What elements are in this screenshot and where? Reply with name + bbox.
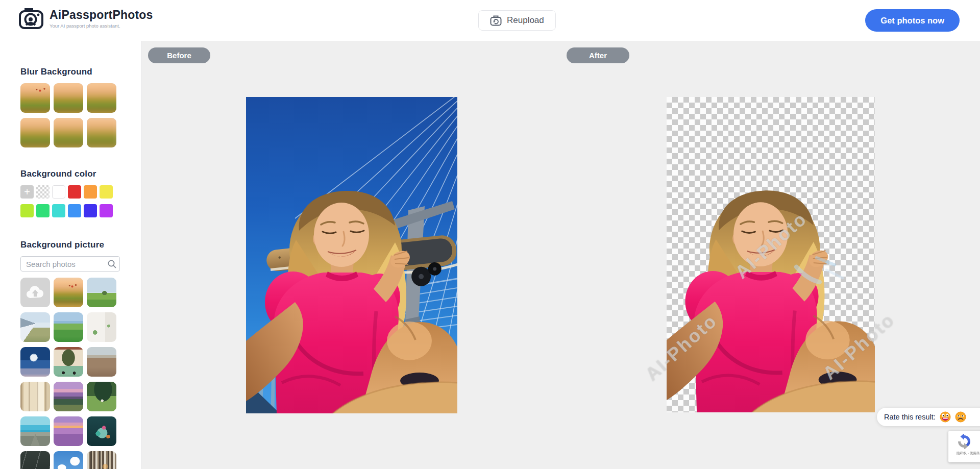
blur-tile-grid — [20, 83, 116, 147]
sidebar: Blur Background Background color — [0, 41, 141, 469]
photo-search — [20, 256, 120, 271]
transparent-swatch[interactable] — [36, 185, 50, 199]
rate-label: Rate this result: — [884, 413, 936, 421]
sad-emoji-button[interactable] — [955, 411, 966, 423]
bright-window-tile[interactable] — [20, 382, 50, 411]
birch-forest-tile[interactable] — [87, 451, 116, 469]
blur-option-tile[interactable] — [87, 83, 116, 113]
cloud-upload-icon — [25, 285, 45, 300]
blur-preview — [20, 118, 50, 147]
before-label: Before — [148, 47, 210, 63]
indigo-swatch[interactable] — [84, 204, 97, 217]
reupload-button[interactable]: Reupload — [478, 10, 556, 31]
blur-preview — [54, 118, 83, 147]
after-label: After — [567, 47, 629, 63]
red-swatch[interactable] — [68, 185, 81, 199]
blur-section-title: Blur Background — [20, 67, 141, 77]
brand-title: AiPassportPhotos — [50, 8, 153, 22]
color-section-title: Background color — [20, 169, 141, 179]
plus-icon: + — [24, 187, 30, 197]
blur-option-tile[interactable] — [20, 83, 50, 113]
camera-icon — [18, 7, 44, 30]
blur-preview — [87, 83, 116, 113]
chalkboard-doodles-tile[interactable] — [20, 451, 50, 469]
beach-pier-tile[interactable] — [20, 416, 50, 446]
picture-tile-grid — [20, 278, 116, 469]
green-valley-tile[interactable] — [54, 312, 83, 342]
recaptcha-label: 隐私权 - 使用条款 — [957, 451, 980, 456]
orange-swatch[interactable] — [84, 185, 97, 199]
cyan-swatch[interactable] — [52, 204, 65, 217]
blur-preview — [87, 118, 116, 147]
after-photo: AI-Photo AI-Photo AI-Photo — [667, 97, 875, 412]
search-input[interactable] — [20, 256, 120, 271]
chair-under-tree-tile[interactable] — [87, 382, 116, 411]
add-color-button[interactable]: + — [20, 185, 34, 199]
recaptcha-badge[interactable]: 隐私权 - 使用条款 — [948, 431, 980, 462]
blue-swatch[interactable] — [68, 204, 81, 217]
white-swatch[interactable] — [52, 185, 65, 199]
before-photo — [246, 97, 457, 413]
green-swatch[interactable] — [36, 204, 50, 217]
blur-option-tile[interactable] — [20, 118, 50, 147]
color-swatch-grid: + — [20, 185, 116, 217]
full-moon-tile[interactable] — [20, 347, 50, 377]
sky-clouds-tile[interactable] — [54, 451, 83, 469]
blur-background-section: Blur Background — [20, 67, 141, 147]
blur-option-tile[interactable] — [54, 118, 83, 147]
happy-emoji — [940, 411, 951, 423]
lone-tree-meadow-tile[interactable] — [87, 278, 116, 307]
lime-swatch[interactable] — [20, 204, 34, 217]
blur-option-tile[interactable] — [54, 83, 83, 113]
sad-emoji — [955, 411, 966, 423]
white-room-plants-tile[interactable] — [87, 312, 116, 342]
get-photos-now-button[interactable]: Get photos now — [865, 9, 960, 32]
recaptcha-icon — [957, 434, 972, 449]
green-beetle-car-tile[interactable] — [54, 347, 83, 377]
purple-swatch[interactable] — [100, 204, 113, 217]
yellow-swatch[interactable] — [100, 185, 113, 199]
camera-refresh-icon — [490, 15, 502, 26]
rate-widget: Rate this result: — [877, 408, 980, 426]
blur-option-tile[interactable] — [87, 118, 116, 147]
flower-field-sunset-tile[interactable] — [54, 416, 83, 446]
reupload-label: Reupload — [507, 15, 544, 26]
brand-tagline: Your AI passport photo assistant. — [50, 23, 153, 29]
brand: AiPassportPhotos Your AI passport photo … — [18, 7, 153, 30]
background-picture-section: Background picture — [20, 240, 141, 469]
search-icon — [107, 259, 116, 268]
mountain-peak-tile[interactable] — [20, 312, 50, 342]
blur-preview — [20, 83, 50, 113]
background-color-section: Background color + — [20, 169, 141, 217]
happy-emoji-button[interactable] — [940, 411, 951, 423]
blur-preview — [54, 83, 83, 113]
upload-background-tile[interactable] — [20, 278, 50, 307]
purple-mountains-sunset-tile[interactable] — [54, 382, 83, 411]
ferris-wheel-night-tile[interactable] — [87, 416, 116, 446]
picture-section-title: Background picture — [20, 240, 141, 250]
autumn-field-tile[interactable] — [87, 347, 116, 377]
balloon-landscape-tile[interactable] — [54, 278, 83, 307]
header: AiPassportPhotos Your AI passport photo … — [0, 0, 980, 41]
